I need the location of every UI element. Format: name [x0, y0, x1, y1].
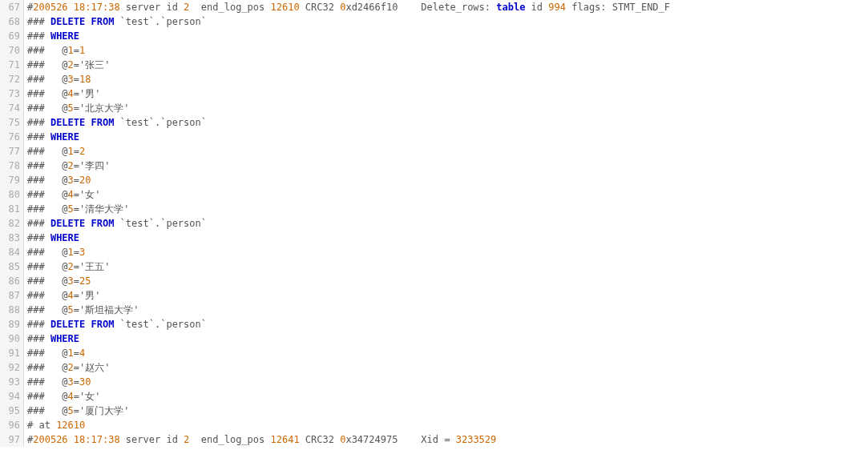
token: @ — [62, 203, 67, 215]
token: ### — [27, 376, 62, 388]
token: ### — [27, 275, 62, 287]
line-number: 95 — [3, 404, 20, 418]
line-number: 86 — [3, 274, 20, 288]
token: ### — [27, 131, 50, 143]
line-number-gutter: 6768697071727374757677787980818283848586… — [0, 0, 24, 447]
token: @ — [62, 59, 67, 70]
token: WHERE — [50, 30, 79, 42]
line-number: 69 — [3, 29, 20, 43]
line-number: 93 — [3, 375, 20, 389]
token: ### — [27, 319, 50, 330]
token: # at — [27, 420, 56, 431]
token: ### — [27, 59, 62, 70]
token: 2 — [79, 146, 85, 157]
code-line: ### @1=1 — [27, 43, 868, 58]
token: ### — [27, 261, 62, 272]
token: ### — [27, 189, 62, 200]
code-line: #200526 18:17:38 server id 2 end_log_pos… — [27, 0, 868, 14]
token: ### — [27, 290, 62, 301]
token: 1 — [79, 45, 85, 56]
token: = — [74, 45, 79, 56]
token: 3 — [79, 247, 85, 258]
token: @ — [62, 290, 67, 301]
token: ### — [27, 232, 50, 243]
code-line: ### @2='赵六' — [27, 360, 868, 375]
token: 12610 — [270, 2, 299, 13]
line-number: 80 — [3, 187, 20, 202]
token: 3 — [68, 275, 74, 287]
token: ### — [27, 175, 62, 186]
token: @ — [62, 376, 67, 388]
token: WHERE — [50, 131, 79, 143]
token: ### — [27, 16, 50, 27]
line-number: 82 — [3, 216, 20, 231]
line-number: 73 — [3, 86, 20, 101]
token: ### — [27, 333, 50, 344]
token: @ — [62, 362, 67, 373]
token: ### — [27, 391, 62, 402]
code-line: ### DELETE FROM `test`.`person` — [27, 115, 868, 130]
token: ### — [27, 247, 62, 258]
token: 4 — [68, 189, 74, 200]
token: 12610 — [56, 420, 85, 431]
token: 1 — [68, 146, 74, 157]
token: ='女' — [74, 391, 101, 402]
code-line: ### @4='女' — [27, 389, 868, 404]
token: @ — [62, 189, 67, 200]
code-line: ### DELETE FROM `test`.`person` — [27, 14, 868, 29]
token: ='厦门大学' — [74, 405, 130, 416]
line-number: 67 — [3, 0, 20, 14]
line-number: 78 — [3, 159, 20, 173]
token: DELETE FROM — [50, 16, 114, 27]
token: ='张三' — [74, 59, 111, 70]
code-line: ### @5='北京大学' — [27, 101, 868, 115]
line-number: 91 — [3, 346, 20, 360]
token: ### — [27, 74, 62, 85]
line-number: 83 — [3, 231, 20, 245]
token: id — [525, 2, 548, 13]
code-line: ### @2='李四' — [27, 159, 868, 173]
code-line: ### WHERE — [27, 130, 868, 144]
line-number: 74 — [3, 101, 20, 115]
line-number: 72 — [3, 72, 20, 86]
line-number: 90 — [3, 331, 20, 346]
token: 4 — [68, 290, 74, 301]
line-number: 71 — [3, 58, 20, 72]
code-line: ### WHERE — [27, 331, 868, 346]
line-number: 70 — [3, 43, 20, 58]
line-number: 88 — [3, 303, 20, 317]
token: @ — [62, 247, 67, 258]
token: 2 — [68, 261, 74, 272]
token: ='男' — [74, 290, 101, 301]
code-line: # at 12610 — [27, 418, 868, 432]
token: ### — [27, 218, 50, 229]
line-number: 94 — [3, 389, 20, 404]
token: 5 — [68, 405, 74, 416]
token: @ — [62, 175, 67, 186]
token: @ — [62, 261, 67, 272]
token: = — [74, 175, 79, 186]
token: DELETE FROM — [50, 218, 114, 229]
token: 18 — [79, 74, 91, 85]
token: 3 — [68, 175, 74, 186]
token: ='清华大学' — [74, 203, 130, 215]
token: end_log_pos — [189, 434, 270, 445]
token: ='女' — [74, 189, 101, 200]
code-line: ### DELETE FROM `test`.`person` — [27, 317, 868, 331]
token: 4 — [68, 88, 74, 99]
token: @ — [62, 160, 67, 171]
line-number: 96 — [3, 418, 20, 432]
token: @ — [62, 348, 67, 359]
token: 25 — [79, 275, 91, 287]
token: = — [74, 247, 79, 258]
token: ### — [27, 102, 62, 114]
token: ='北京大学' — [74, 102, 130, 114]
token: 2 — [68, 362, 74, 373]
line-number: 87 — [3, 288, 20, 303]
token: `test`.`person` — [114, 117, 207, 128]
line-number: 84 — [3, 245, 20, 259]
code-line: ### @3=18 — [27, 72, 868, 86]
line-number: 75 — [3, 115, 20, 130]
code-line: ### @1=4 — [27, 346, 868, 360]
code-area: #200526 18:17:38 server id 2 end_log_pos… — [24, 0, 868, 447]
